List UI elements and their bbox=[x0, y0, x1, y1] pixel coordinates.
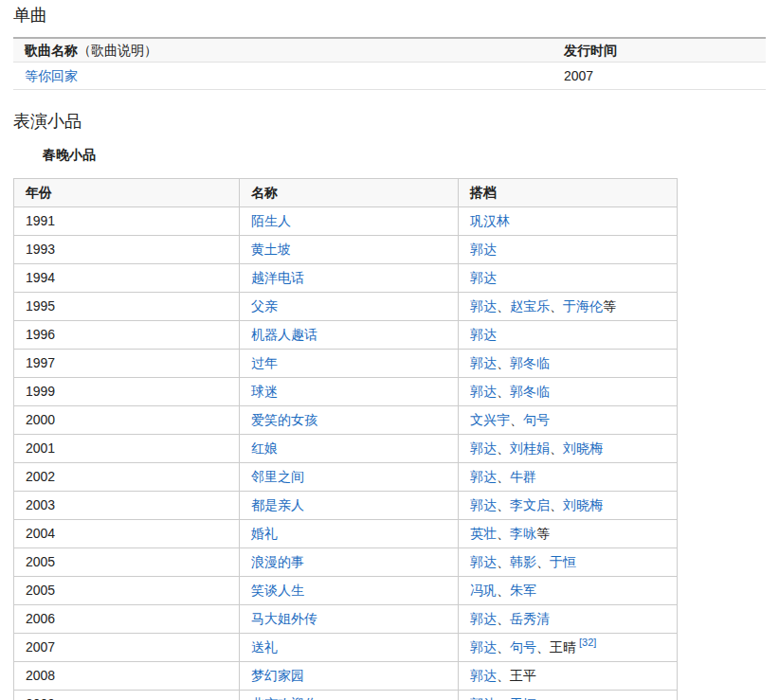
partners-cell: 郭达、韩影、于恒 bbox=[459, 548, 678, 577]
song-name-cell: 等你回家 bbox=[13, 63, 553, 90]
partner-link[interactable]: 文兴宇 bbox=[470, 412, 510, 427]
partner-link[interactable]: 郭达 bbox=[470, 497, 497, 512]
sketch-title-link[interactable]: 黄土坡 bbox=[251, 242, 291, 257]
partner-link[interactable]: 郭达 bbox=[470, 355, 497, 370]
partner-link[interactable]: 英壮 bbox=[470, 526, 497, 541]
partner-text: 等 bbox=[603, 298, 616, 314]
sketch-title-link[interactable]: 父亲 bbox=[251, 298, 278, 314]
partner-link[interactable]: 韩影 bbox=[510, 554, 536, 569]
table-row: 2008梦幻家园郭达、王平 bbox=[14, 662, 678, 691]
partner-link[interactable]: 郭达 bbox=[470, 696, 497, 700]
partners-cell: 郭达、牛群 bbox=[459, 463, 678, 492]
title-cell: 马大姐外传 bbox=[240, 605, 459, 634]
partner-link[interactable]: 郭达 bbox=[470, 440, 497, 456]
song-link[interactable]: 等你回家 bbox=[25, 68, 78, 83]
title-cell: 浪漫的事 bbox=[240, 548, 459, 577]
table-row: 2002邻里之间郭达、牛群 bbox=[14, 463, 678, 492]
sketch-col-partner-header: 搭档 bbox=[459, 179, 678, 207]
partner-link[interactable]: 郭达 bbox=[470, 384, 497, 399]
partner-link[interactable]: 郭达 bbox=[470, 668, 497, 683]
title-cell: 邻里之间 bbox=[240, 463, 459, 492]
sketch-col-title-header: 名称 bbox=[240, 179, 459, 207]
partner-link[interactable]: 郭达 bbox=[470, 554, 497, 569]
singles-table: 歌曲名称（歌曲说明） 发行时间 等你回家 2007 bbox=[13, 37, 766, 90]
partner-link[interactable]: 郭冬临 bbox=[510, 355, 550, 370]
sketch-title-link[interactable]: 马大姐外传 bbox=[251, 611, 317, 626]
partner-link[interactable]: 冯巩 bbox=[470, 583, 497, 598]
sketch-title-link[interactable]: 都是亲人 bbox=[251, 497, 304, 512]
sketch-title-link[interactable]: 过年 bbox=[251, 355, 278, 370]
sketch-header-row: 年份 名称 搭档 bbox=[14, 179, 678, 207]
partner-link[interactable]: 刘桂娟 bbox=[510, 440, 550, 456]
partners-cell: 郭达、赵宝乐、于海伦等 bbox=[459, 293, 678, 321]
sketch-title-link[interactable]: 爱笑的女孩 bbox=[251, 412, 317, 427]
partner-text: 、 bbox=[497, 440, 510, 456]
table-row: 1996机器人趣话郭达 bbox=[14, 321, 678, 350]
sketch-title-link[interactable]: 陌生人 bbox=[251, 213, 291, 228]
singles-table-body: 等你回家 2007 bbox=[13, 63, 766, 90]
year-cell: 2004 bbox=[14, 520, 240, 548]
partner-link[interactable]: 郭达 bbox=[470, 639, 497, 655]
partner-link[interactable]: 郭达 bbox=[470, 611, 497, 626]
partner-link[interactable]: 郭达 bbox=[470, 298, 497, 314]
partner-text: 、 bbox=[510, 412, 523, 427]
year-cell: 2005 bbox=[14, 577, 240, 605]
sketch-title-link[interactable]: 北京欢迎你 bbox=[251, 696, 317, 700]
sketch-title-link[interactable]: 红娘 bbox=[251, 440, 278, 456]
partner-link[interactable]: 朱军 bbox=[510, 583, 536, 598]
partners-cell: 郭达 bbox=[459, 264, 678, 293]
sketch-title-link[interactable]: 邻里之间 bbox=[251, 469, 304, 484]
partner-link[interactable]: 刘晓梅 bbox=[563, 440, 603, 456]
partner-link[interactable]: 郭达 bbox=[470, 242, 497, 257]
partner-link[interactable]: 牛群 bbox=[510, 469, 536, 484]
partners-cell: 郭达、于恒 bbox=[459, 691, 678, 700]
table-row: 2001红娘郭达、刘桂娟、刘晓梅 bbox=[14, 435, 678, 463]
partner-text: 、 bbox=[497, 696, 510, 700]
partner-text: 等 bbox=[536, 526, 550, 541]
reference-link[interactable]: [32] bbox=[579, 637, 596, 648]
table-row: 2005笑谈人生冯巩、朱军 bbox=[14, 577, 678, 605]
sketch-title-link[interactable]: 浪漫的事 bbox=[251, 554, 304, 569]
subsection-heading-gala-sketches: 春晚小品 bbox=[43, 147, 766, 162]
partner-link[interactable]: 郭冬临 bbox=[510, 384, 550, 399]
partner-link[interactable]: 岳秀清 bbox=[510, 611, 550, 626]
section-heading-singles: 单曲 bbox=[13, 6, 766, 25]
partners-cell: 郭达、郭冬临 bbox=[459, 350, 678, 378]
sketch-title-link[interactable]: 球迷 bbox=[251, 384, 278, 399]
partner-text: 、 bbox=[497, 355, 510, 370]
partner-text: 、 bbox=[497, 526, 510, 541]
partner-link[interactable]: 刘晓梅 bbox=[563, 497, 603, 512]
title-cell: 北京欢迎你 bbox=[240, 691, 459, 700]
partner-link[interactable]: 郭达 bbox=[470, 469, 497, 484]
sketch-title-link[interactable]: 机器人趣话 bbox=[251, 327, 317, 342]
table-row: 2007送礼郭达、句号、王晴[32] bbox=[14, 634, 678, 662]
title-cell: 婚礼 bbox=[240, 520, 459, 548]
partner-link[interactable]: 巩汉林 bbox=[470, 213, 510, 228]
year-cell: 2003 bbox=[14, 492, 240, 520]
year-cell: 2005 bbox=[14, 548, 240, 577]
partner-link[interactable]: 李文启 bbox=[510, 497, 550, 512]
partner-link[interactable]: 于恒 bbox=[510, 696, 536, 700]
sketch-title-link[interactable]: 笑谈人生 bbox=[251, 583, 304, 598]
partner-link[interactable]: 李咏 bbox=[510, 526, 536, 541]
partner-link[interactable]: 句号 bbox=[510, 639, 536, 655]
sketch-title-link[interactable]: 送礼 bbox=[251, 639, 278, 655]
sketch-title-link[interactable]: 越洋电话 bbox=[251, 270, 304, 285]
partner-link[interactable]: 于海伦 bbox=[563, 298, 603, 314]
partners-cell: 郭达、王平 bbox=[459, 662, 678, 691]
partner-link[interactable]: 郭达 bbox=[470, 270, 497, 285]
partner-link[interactable]: 于恒 bbox=[550, 554, 576, 569]
table-row: 2000爱笑的女孩文兴宇、句号 bbox=[14, 406, 678, 435]
title-cell: 越洋电话 bbox=[240, 264, 459, 293]
partners-cell: 郭达、郭冬临 bbox=[459, 378, 678, 406]
partner-text: 、 bbox=[550, 440, 563, 456]
partner-link[interactable]: 郭达 bbox=[470, 327, 497, 342]
sketch-title-link[interactable]: 梦幻家园 bbox=[251, 668, 304, 683]
partner-link[interactable]: 句号 bbox=[523, 412, 550, 427]
partner-link[interactable]: 赵宝乐 bbox=[510, 298, 550, 314]
sketch-title-link[interactable]: 婚礼 bbox=[251, 526, 278, 541]
year-cell: 1994 bbox=[14, 264, 240, 293]
sketch-table-body: 1991陌生人巩汉林1993黄土坡郭达1994越洋电话郭达1995父亲郭达、赵宝… bbox=[14, 207, 678, 700]
partner-text: 、 bbox=[536, 639, 550, 655]
partner-text: 王平 bbox=[510, 668, 536, 683]
